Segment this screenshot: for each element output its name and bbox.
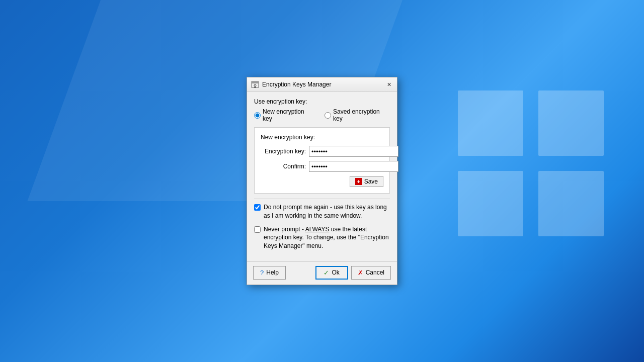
help-icon: ? <box>260 269 264 277</box>
radio-saved-key[interactable] <box>325 112 331 119</box>
new-key-section-title: New encryption key: <box>261 134 383 141</box>
divider <box>254 199 390 199</box>
confirm-label: Confirm: <box>261 163 306 170</box>
dialog-overlay: Encryption Keys Manager ✕ Use encryption… <box>0 0 644 362</box>
dialog-body: Use encryption key: New encryption key S… <box>247 92 397 261</box>
svg-point-2 <box>254 84 256 86</box>
titlebar: Encryption Keys Manager ✕ <box>247 77 397 92</box>
save-row: + Save <box>261 176 383 187</box>
checkbox-no-prompt-session[interactable] <box>254 204 261 211</box>
app-icon <box>251 80 259 88</box>
close-button[interactable]: ✕ <box>385 80 393 88</box>
confirm-row: Confirm: <box>261 161 383 172</box>
cancel-button-label: Cancel <box>366 269 384 276</box>
desktop: Encryption Keys Manager ✕ Use encryption… <box>0 0 644 362</box>
use-encryption-label: Use encryption key: <box>254 98 390 105</box>
titlebar-left: Encryption Keys Manager <box>251 80 331 88</box>
always-underline: ALWAYS <box>305 226 330 233</box>
ok-cancel-group: ✓ Ok ✗ Cancel <box>315 266 391 280</box>
confirm-input[interactable] <box>309 161 398 172</box>
save-icon: + <box>355 178 362 185</box>
help-button[interactable]: ? Help <box>253 266 286 280</box>
encryption-key-input[interactable] <box>309 146 398 157</box>
svg-rect-1 <box>252 81 259 83</box>
radio-saved-key-option[interactable]: Saved encryption key <box>325 108 390 122</box>
checkbox-never-prompt[interactable] <box>254 226 261 233</box>
encryption-key-label: Encryption key: <box>261 148 306 155</box>
ok-button-label: Ok <box>332 269 339 276</box>
checkbox2-label[interactable]: Never prompt - ALWAYS use the latest enc… <box>264 225 390 250</box>
save-button-label: Save <box>364 178 378 185</box>
cancel-button[interactable]: ✗ Cancel <box>351 266 391 280</box>
ok-icon: ✓ <box>324 269 329 277</box>
radio-saved-key-label[interactable]: Saved encryption key <box>333 108 390 122</box>
encryption-key-row: Encryption key: <box>261 146 383 157</box>
checkbox2-option: Never prompt - ALWAYS use the latest enc… <box>254 225 390 250</box>
new-key-section: New encryption key: Encryption key: Conf… <box>254 127 390 194</box>
help-button-label: Help <box>266 269 279 276</box>
save-button[interactable]: + Save <box>350 176 383 187</box>
dialog-footer: ? Help ✓ Ok ✗ Cancel <box>247 261 397 285</box>
checkbox1-label[interactable]: Do not prompt me again - use this key as… <box>264 203 390 220</box>
radio-new-key-label[interactable]: New encryption key <box>263 108 314 122</box>
ok-button[interactable]: ✓ Ok <box>315 266 348 280</box>
radio-new-key-option[interactable]: New encryption key <box>254 108 314 122</box>
radio-new-key[interactable] <box>254 112 261 119</box>
encryption-keys-dialog: Encryption Keys Manager ✕ Use encryption… <box>247 77 397 285</box>
encryption-type-radio-group: New encryption key Saved encryption key <box>254 108 390 122</box>
cancel-icon: ✗ <box>358 269 363 277</box>
checkbox1-option: Do not prompt me again - use this key as… <box>254 203 390 220</box>
dialog-title: Encryption Keys Manager <box>262 81 331 88</box>
